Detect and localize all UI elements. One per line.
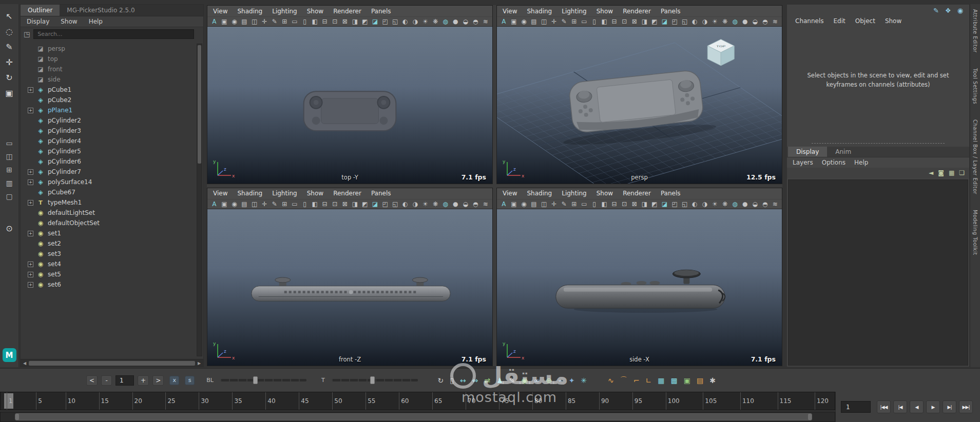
shadows-icon[interactable]: ❋ — [432, 18, 439, 25]
channelbox-menu-item[interactable]: Object — [855, 17, 875, 25]
viewport-menu-item[interactable]: Shading — [237, 8, 262, 15]
anti-alias-icon[interactable]: ● — [741, 200, 749, 208]
sidebar-tab[interactable]: Modeling Toolkit — [972, 210, 978, 255]
ao-icon[interactable]: ◍ — [731, 200, 739, 208]
ipr-render-icon[interactable]: ▤ — [697, 376, 703, 385]
isolate-select-icon[interactable]: ◪ — [371, 18, 379, 25]
timeline-frame-label[interactable]: 95 — [632, 392, 642, 410]
decrement-frame-button[interactable]: - — [101, 375, 112, 386]
anim-curve-spline-icon[interactable]: ∿ — [608, 376, 614, 385]
four-pane-layout-icon[interactable]: ⊞ — [6, 163, 12, 176]
expand-icon[interactable] — [28, 200, 33, 206]
expand-icon[interactable] — [28, 169, 33, 175]
tree-item-label[interactable]: pCube2 — [48, 96, 71, 104]
viewport-canvas-front[interactable]: y x z front -Z 7.1 fps — [207, 209, 492, 366]
field-chart-icon[interactable]: ⊟ — [321, 200, 329, 208]
viewport-top[interactable]: ViewShadingLightingShowRendererPanels A▣… — [207, 5, 493, 184]
layer-editor-tab[interactable]: Anim — [827, 147, 859, 157]
tree-item[interactable]: pCylinder2 — [28, 115, 196, 126]
tree-item-label[interactable]: side — [48, 76, 61, 83]
timeline-frame-label[interactable]: 35 — [232, 392, 242, 410]
viewport-menu-item[interactable]: Show — [597, 190, 613, 197]
grid-toggle-icon[interactable]: ⊞ — [570, 18, 578, 25]
anti-alias-icon[interactable]: ● — [452, 18, 459, 25]
tree-item-label[interactable]: polySurface14 — [48, 178, 92, 186]
frame-all-icon[interactable]: ◨ — [351, 18, 359, 25]
channelbox-menu-item[interactable]: Edit — [834, 17, 846, 25]
viewport-menu-item[interactable]: Renderer — [333, 190, 361, 197]
grease-pencil-icon[interactable]: ✎ — [560, 200, 568, 208]
increment-frame-button[interactable]: + — [138, 375, 149, 386]
viewport-menu-item[interactable]: Shading — [237, 190, 262, 197]
wireframe-on-shaded-icon[interactable]: ◒ — [462, 200, 469, 208]
tree-item-label[interactable]: pCylinder7 — [48, 168, 81, 175]
textured-icon[interactable]: ◓ — [761, 200, 769, 208]
camera-select-icon[interactable]: A — [210, 200, 218, 208]
tree-item[interactable]: pCylinder3 — [28, 126, 196, 136]
render-icon[interactable]: ▣ — [684, 376, 690, 385]
bookmarks-icon[interactable]: ▤ — [241, 200, 248, 208]
tree-item-label[interactable]: pCylinder4 — [48, 137, 81, 145]
tree-item-label[interactable]: defaultObjectSet — [48, 219, 100, 227]
viewport-menu-item[interactable]: Show — [307, 8, 323, 15]
camera-keys-icon[interactable]: ◉ — [522, 376, 528, 385]
image-plane-icon[interactable]: ◫ — [251, 200, 258, 208]
range-slider[interactable] — [0, 412, 835, 422]
tree-item[interactable]: persp — [28, 44, 196, 54]
image-plane-icon[interactable]: ◫ — [540, 200, 548, 208]
tree-item[interactable]: pCube2 — [28, 95, 196, 105]
grease-pencil-anim-icon[interactable]: ✎ — [509, 376, 515, 385]
link-icon[interactable]: ∞ — [534, 376, 540, 385]
grease-pencil-icon[interactable]: ✎ — [271, 200, 278, 208]
layer-editor-menu-item[interactable]: Options — [822, 159, 846, 166]
timeline-frame-label[interactable]: 90 — [599, 392, 609, 410]
fog-icon[interactable]: ≋ — [772, 18, 779, 25]
sidebar-tab[interactable]: Channel Box / Layer Editor — [972, 119, 978, 194]
viewport-menu-item[interactable]: View — [213, 8, 227, 15]
gamma-icon[interactable]: ◑ — [701, 200, 709, 208]
film-gate-icon[interactable]: ▭ — [581, 18, 588, 25]
bookmarks-icon[interactable]: ▤ — [530, 200, 538, 208]
safe-action-icon[interactable]: ⊡ — [621, 18, 628, 25]
tree-item[interactable]: top — [28, 54, 196, 64]
time-slider[interactable]: 1510152025303540455055606570758085909510… — [0, 392, 835, 410]
timeline-frame-label[interactable]: 5 — [36, 392, 42, 410]
timeline-frame-label[interactable]: 115 — [778, 392, 792, 410]
gamma-icon[interactable]: ◑ — [701, 18, 709, 25]
gamma-icon[interactable]: ◑ — [412, 18, 419, 25]
tree-item[interactable]: typeMesh1 — [28, 197, 196, 208]
scroll-right-icon[interactable]: ▶ — [196, 361, 202, 366]
range-slider-thumb[interactable] — [15, 413, 812, 420]
frame-playback-range-icon[interactable]: ⇔ — [472, 376, 478, 385]
outliner-vertical-scrollbar[interactable] — [197, 44, 202, 356]
grid-toggle-icon[interactable]: ⊞ — [281, 18, 289, 25]
tree-item[interactable]: set4 — [28, 259, 196, 269]
rotate-tool-icon[interactable]: ↻ — [5, 70, 13, 85]
timeline-frame-label[interactable]: 20 — [132, 392, 142, 410]
viewport-menu-item[interactable]: Renderer — [333, 8, 361, 15]
slider-handle[interactable] — [253, 376, 258, 384]
gamma-icon[interactable]: ◑ — [412, 200, 419, 208]
tree-item-label[interactable]: defaultLightSet — [48, 209, 95, 216]
viewport-front[interactable]: ViewShadingLightingShowRendererPanels A▣… — [207, 188, 493, 367]
tree-item-label[interactable]: top — [48, 55, 58, 63]
tree-item[interactable]: set2 — [28, 238, 196, 249]
layer-list[interactable] — [788, 179, 968, 366]
xray-icon[interactable]: ◰ — [671, 200, 679, 208]
image-plane-icon[interactable]: ◫ — [251, 18, 258, 25]
tree-item-label[interactable]: pPlane1 — [48, 107, 72, 114]
tree-item[interactable]: defaultLightSet — [28, 208, 196, 218]
expand-icon[interactable] — [28, 108, 33, 113]
bookmarks-icon[interactable]: ▤ — [530, 18, 538, 25]
gate-mask-icon[interactable]: ◧ — [601, 200, 608, 208]
viewport-menu-item[interactable]: Shading — [527, 190, 552, 197]
paint-select-tool-icon[interactable]: ✎ — [5, 39, 13, 54]
capture-icon[interactable]: ◉ — [957, 7, 963, 14]
grid-toggle-icon[interactable]: ⊞ — [570, 200, 578, 208]
timeline-frame-label[interactable]: 110 — [740, 392, 754, 410]
timeline-frame-label[interactable]: 15 — [99, 392, 109, 410]
xray-icon[interactable]: ◰ — [381, 200, 389, 208]
timeline-frame-label[interactable]: 40 — [265, 392, 275, 410]
pan-zoom-icon[interactable]: ✛ — [261, 18, 268, 25]
search-input[interactable] — [33, 29, 194, 39]
